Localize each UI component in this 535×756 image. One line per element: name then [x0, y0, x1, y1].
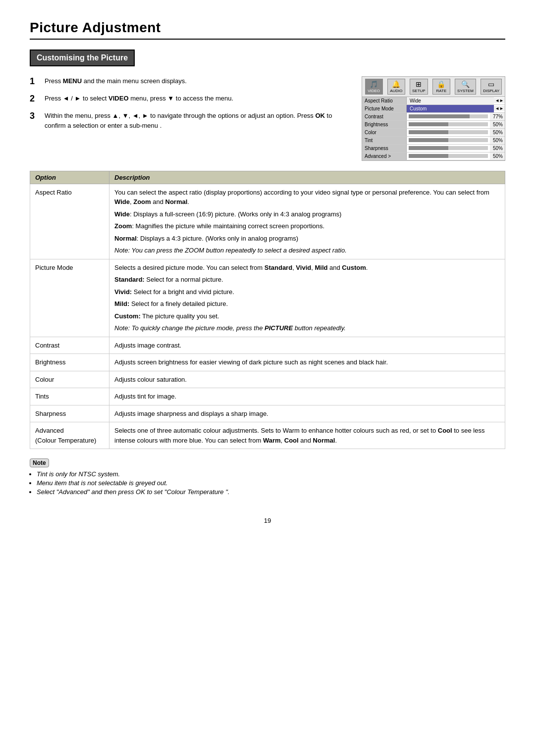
menu-icon-display: ▭ DISPLAY: [481, 79, 502, 95]
menu-row-brightness-bar: [409, 122, 488, 126]
menu-row-picture-mode-label: Picture Mode: [362, 105, 407, 112]
desc-advanced: Selects one of three automatic colour ad…: [109, 422, 505, 449]
menu-row-brightness-label: Brightness: [362, 121, 407, 128]
menu-row-aspect-ratio: Aspect Ratio Wide ◄►: [362, 97, 505, 105]
audio-icon: 🔔: [392, 80, 400, 89]
menu-row-sharpness: Sharpness 50%: [362, 145, 505, 152]
options-table: Option Description Aspect Ratio You can …: [30, 171, 505, 450]
setup-icon: ⊞: [416, 80, 422, 89]
menu-row-contrast-pct: 77%: [490, 113, 505, 120]
rate-icon: 🔒: [437, 80, 445, 89]
step-1-number: 1: [30, 76, 40, 87]
step-3-number: 3: [30, 111, 40, 121]
note-section: Note Tint is only for NTSC system. Menu …: [30, 459, 229, 497]
menu-row-tint-pct: 50%: [490, 137, 505, 144]
option-advanced: Advanced(Colour Temperature): [30, 422, 109, 449]
menu-icon-display-label: DISPLAY: [483, 89, 499, 93]
desc-sharpness: Adjusts image sharpness and displays a s…: [109, 405, 505, 422]
note-bullet-1: Tint is only for NTSC system.: [37, 470, 229, 478]
option-aspect-ratio: Aspect Ratio: [30, 184, 109, 259]
option-brightness: Brightness: [30, 354, 109, 371]
menu-icon-video: 🎵 VIDEO: [365, 79, 383, 95]
step-1: 1 Press MENU and the main menu screen di…: [30, 76, 347, 87]
menu-icon-video-label: VIDEO: [368, 89, 380, 93]
menu-icon-setup-label: SETUP: [412, 89, 426, 93]
menu-row-sharpness-label: Sharpness: [362, 145, 407, 152]
note-bullet-2: Menu item that is not selectable is grey…: [37, 479, 229, 487]
table-row-colour: Colour Adjusts colour saturation.: [30, 371, 505, 388]
menu-icon-audio-label: AUDIO: [390, 89, 402, 93]
menu-row-contrast-bar: [409, 114, 488, 118]
note-bullets: Tint is only for NTSC system. Menu item …: [37, 470, 229, 496]
menu-row-picture-mode-value: Custom: [407, 105, 494, 112]
table-row-picture-mode: Picture Mode Selects a desired picture m…: [30, 259, 505, 337]
table-row-tints: Tints Adjusts tint for image.: [30, 388, 505, 405]
desc-contrast: Adjusts image contrast.: [109, 337, 505, 354]
menu-row-advanced-bar: [409, 154, 488, 158]
desc-colour: Adjusts colour saturation.: [109, 371, 505, 388]
menu-row-aspect-ratio-value: Wide: [407, 97, 494, 104]
table-row-contrast: Contrast Adjusts image contrast.: [30, 337, 505, 354]
table-row-brightness: Brightness Adjusts screen brightness for…: [30, 354, 505, 371]
menu-row-contrast-label: Contrast: [362, 113, 407, 120]
menu-row-picture-mode-arrows: ◄►: [494, 106, 505, 111]
option-contrast: Contrast: [30, 337, 109, 354]
menu-row-advanced-pct: 50%: [490, 152, 505, 160]
menu-icons-row: 🎵 VIDEO 🔔 AUDIO ⊞ SETUP 🔒 RATE 🔍 SYSTEM …: [362, 77, 505, 97]
menu-row-sharpness-bar: [409, 146, 488, 150]
title-rule: [30, 39, 505, 40]
menu-row-aspect-ratio-label: Aspect Ratio: [362, 97, 407, 104]
menu-row-aspect-ratio-arrows: ◄►: [494, 98, 505, 103]
section-header: Customising the Picture: [30, 50, 135, 66]
menu-row-brightness: Brightness 50%: [362, 121, 505, 129]
table-row-aspect-ratio: Aspect Ratio You can select the aspect r…: [30, 184, 505, 259]
menu-row-color: Color 50%: [362, 129, 505, 137]
step-2-text: Press ◄ / ► to select VIDEO menu, press …: [45, 94, 233, 103]
desc-brightness: Adjusts screen brightness for easier vie…: [109, 354, 505, 371]
menu-screenshot: 🎵 VIDEO 🔔 AUDIO ⊞ SETUP 🔒 RATE 🔍 SYSTEM …: [362, 76, 505, 161]
col-option-header: Option: [30, 171, 109, 184]
system-icon: 🔍: [461, 80, 470, 89]
menu-row-color-pct: 50%: [490, 129, 505, 136]
menu-row-advanced-label: Advanced >: [362, 152, 407, 160]
video-icon: 🎵: [370, 80, 378, 89]
menu-row-contrast: Contrast 77%: [362, 113, 505, 121]
display-icon: ▭: [488, 80, 494, 89]
menu-icon-audio: 🔔 AUDIO: [387, 79, 405, 95]
intro-area: 1 Press MENU and the main menu screen di…: [30, 76, 505, 161]
desc-aspect-ratio: You can select the aspect ratio (display…: [109, 184, 505, 259]
desc-tints: Adjusts tint for image.: [109, 388, 505, 405]
menu-row-tint: Tint 50%: [362, 137, 505, 145]
table-row-advanced: Advanced(Colour Temperature) Selects one…: [30, 422, 505, 449]
menu-icon-rate-label: RATE: [436, 89, 447, 93]
note-box: Note Tint is only for NTSC system. Menu …: [30, 459, 505, 497]
menu-icon-system-label: SYSTEM: [457, 89, 474, 93]
option-sharpness: Sharpness: [30, 405, 109, 422]
note-bullet-3: Select "Advanced" and then press OK to s…: [37, 488, 229, 496]
option-colour: Colour: [30, 371, 109, 388]
col-description-header: Description: [109, 171, 505, 184]
desc-picture-mode: Selects a desired picture mode. You can …: [109, 259, 505, 337]
step-1-text: Press MENU and the main menu screen disp…: [45, 76, 187, 86]
option-picture-mode: Picture Mode: [30, 259, 109, 337]
note-label: Note: [30, 458, 49, 467]
menu-row-tint-bar: [409, 138, 488, 142]
step-2-number: 2: [30, 94, 40, 104]
steps-column: 1 Press MENU and the main menu screen di…: [30, 76, 347, 161]
page-title: Picture Adjustment: [30, 20, 505, 36]
step-2: 2 Press ◄ / ► to select VIDEO menu, pres…: [30, 94, 347, 104]
menu-row-advanced: Advanced > 50%: [362, 152, 505, 160]
step-3-text: Within the menu, press ▲, ▼, ◄, ► to nav…: [45, 111, 347, 130]
menu-icon-setup: ⊞ SETUP: [410, 79, 428, 95]
option-tints: Tints: [30, 388, 109, 405]
menu-rows: Aspect Ratio Wide ◄► Picture Mode Custom…: [362, 97, 505, 160]
menu-row-color-label: Color: [362, 129, 407, 136]
menu-row-tint-label: Tint: [362, 137, 407, 144]
step-3: 3 Within the menu, press ▲, ▼, ◄, ► to n…: [30, 111, 347, 130]
table-row-sharpness: Sharpness Adjusts image sharpness and di…: [30, 405, 505, 422]
menu-row-brightness-pct: 50%: [490, 121, 505, 128]
menu-row-picture-mode: Picture Mode Custom ◄►: [362, 105, 505, 113]
menu-icon-rate: 🔒 RATE: [432, 79, 450, 95]
page-number: 19: [30, 517, 505, 524]
menu-row-sharpness-pct: 50%: [490, 145, 505, 152]
